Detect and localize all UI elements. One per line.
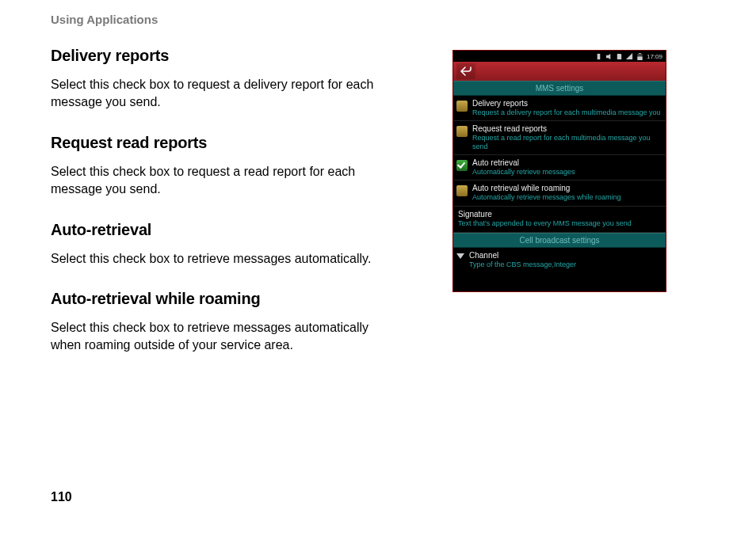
page-number: 110 [51,490,72,504]
phone-screenshot: 17:09 MMS settings Delivery reports Requ… [452,50,666,292]
body-delivery-reports: Select this check box to request a deliv… [51,76,376,112]
title-bar [453,62,666,81]
svg-rect-4 [637,56,642,60]
right-column: 17:09 MMS settings Delivery reports Requ… [414,47,705,377]
checkbox-checked-icon[interactable] [456,160,468,171]
setting-auto-retrieval-roaming[interactable]: Auto retrieval while roaming Automatical… [453,181,666,206]
checkbox-icon[interactable] [456,185,468,196]
setting-auto-retrieval[interactable]: Auto retrieval Automatically retrieve me… [453,155,666,181]
signal-icon [626,53,633,60]
svg-rect-0 [598,53,601,59]
heading-request-read-reports: Request read reports [51,134,376,152]
setting-title: Auto retrieval while roaming [472,184,662,193]
triangle-down-icon [456,253,464,259]
usb-icon [595,53,602,60]
checkbox-icon[interactable] [456,101,468,112]
setting-title: Request read reports [472,124,662,134]
left-column: Delivery reports Select this check box t… [51,47,376,377]
body-request-read-reports: Select this check box to request a read … [51,163,376,199]
body-auto-retrieval: Select this check box to retrieve messag… [51,250,376,268]
svg-rect-5 [639,53,641,54]
heading-auto-retrieval: Auto-retrieval [51,221,376,239]
setting-subtitle: Request a read report for each multimedi… [472,134,662,150]
setting-subtitle: Text that's appended to every MMS messag… [458,219,661,227]
back-arrow-icon [460,67,472,76]
setting-subtitle: Automatically retrieve messages [472,168,662,176]
battery-icon [636,53,643,60]
setting-delivery-reports[interactable]: Delivery reports Request a delivery repo… [453,96,666,121]
heading-delivery-reports: Delivery reports [51,47,376,65]
svg-marker-2 [626,53,632,59]
back-button[interactable] [456,63,475,79]
section-header-mms: MMS settings [453,81,666,96]
volume-icon [605,53,613,60]
setting-subtitle: Automatically retrieve messages while ro… [472,193,662,201]
setting-read-reports[interactable]: Request read reports Request a read repo… [453,121,666,155]
setting-title: Auto retrieval [472,158,662,168]
setting-title: Delivery reports [472,99,662,108]
checkbox-icon[interactable] [456,126,468,137]
body-auto-retrieval-roaming: Select this check box to retrieve messag… [51,319,376,355]
setting-signature[interactable]: Signature Text that's appended to every … [453,207,666,233]
setting-title: Channel [469,251,662,260]
status-time: 17:09 [647,53,662,60]
status-bar: 17:09 [453,51,666,62]
svg-marker-1 [606,53,610,59]
setting-subtitle: Type of the CBS message,Integer [469,260,662,268]
setting-channel[interactable]: Channel Type of the CBS message,Integer [453,248,666,270]
setting-subtitle: Request a delivery report for each multi… [472,108,662,116]
setting-title: Signature [458,210,661,219]
columns: Delivery reports Select this check box t… [51,47,705,377]
sd-icon [616,53,623,60]
section-header-cell-broadcast: Cell broadcast settings [453,233,666,248]
page-header: Using Applications [51,13,705,26]
heading-auto-retrieval-roaming: Auto-retrieval while roaming [51,290,376,308]
